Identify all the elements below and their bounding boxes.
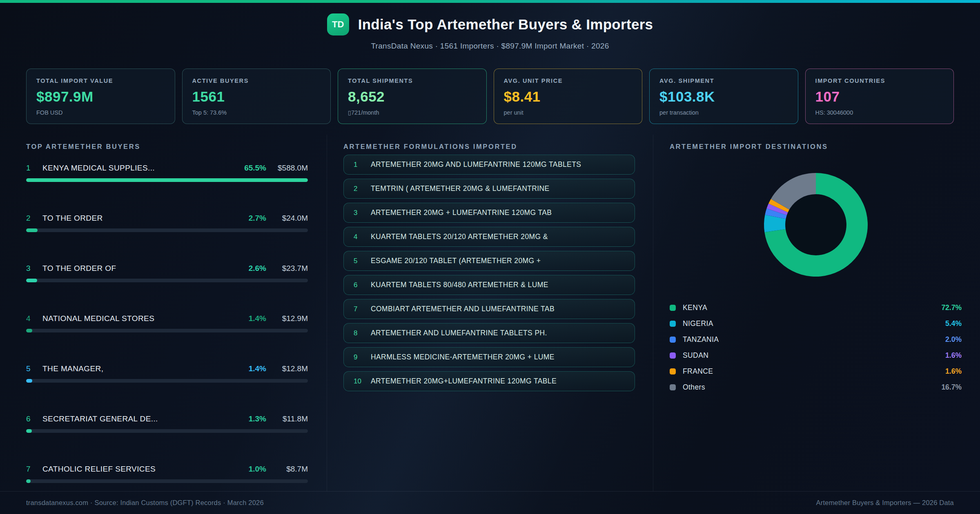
stat-sub: ▯721/month xyxy=(348,109,477,116)
buyer-row: 3 TO THE ORDER OF 2.6% $23.7M xyxy=(26,264,308,282)
buyer-value: $23.7M xyxy=(266,264,308,273)
buyer-rank: 4 xyxy=(26,314,42,323)
accent-gradient-bar xyxy=(0,0,980,3)
buyer-row: 4 NATIONAL MEDICAL STORES 1.4% $12.9M xyxy=(26,314,308,332)
legend-label: KENYA xyxy=(683,304,707,312)
legend-label: NIGERIA xyxy=(683,319,713,328)
stat-value: 8,652 xyxy=(348,89,477,105)
legend-row: SUDAN 1.6% xyxy=(670,348,962,363)
buyer-bar-track xyxy=(26,228,308,232)
buyer-rank: 3 xyxy=(26,264,42,273)
formulation-pill: 2 TEMTRIN ( ARTEMETHER 20MG & LUMEFANTRI… xyxy=(343,179,635,199)
stat-sub: per transaction xyxy=(659,109,788,116)
formulation-rank: 6 xyxy=(354,281,371,289)
buyer-rank: 2 xyxy=(26,214,42,223)
buyer-bar-track xyxy=(26,479,308,483)
buyer-name: TO THE ORDER xyxy=(42,214,103,223)
stat-label: TOTAL IMPORT VALUE xyxy=(36,78,165,84)
formulation-pill: 6 KUARTEM TABLETS 80/480 ARTEMETHER & LU… xyxy=(343,275,635,295)
stat-card-total-import-value: TOTAL IMPORT VALUE $897.9M FOB USD xyxy=(26,69,175,124)
formulation-pill: 9 HARMLESS MEDICINE-ARTEMETHER 20MG + LU… xyxy=(343,347,635,367)
formulations-panel: ARTEMETHER FORMULATIONS IMPORTED 1 ARTEM… xyxy=(327,135,653,491)
buyer-name: TO THE ORDER OF xyxy=(42,264,116,273)
stat-sub: HS: 30046000 xyxy=(815,109,944,116)
buyer-bar-fill xyxy=(26,178,308,182)
buyer-bar-track xyxy=(26,279,308,282)
buyer-name: SECRETARIAT GENERAL DE... xyxy=(42,414,158,423)
formulation-name: HARMLESS MEDICINE-ARTEMETHER 20MG + LUME xyxy=(371,353,555,361)
formulation-rank: 3 xyxy=(354,209,371,217)
formulation-name: KUARTEM TABLETS 20/120 ARTEMETHER 20MG & xyxy=(371,233,548,241)
formulation-pill: 3 ARTEMETHER 20MG + LUMEFANTRINE 120MG T… xyxy=(343,203,635,223)
stat-sub: per unit xyxy=(504,109,633,116)
buyer-name: NATIONAL MEDICAL STORES xyxy=(42,314,154,323)
legend-label: SUDAN xyxy=(683,351,708,360)
formulation-pill: 4 KUARTEM TABLETS 20/120 ARTEMETHER 20MG… xyxy=(343,227,635,247)
footer-report-title: Artemether Buyers & Importers — 2026 Dat… xyxy=(816,499,954,507)
formulation-name: ARTEMETHER 20MG AND LUMEFANTRINE 120MG T… xyxy=(371,160,581,169)
formulation-rank: 8 xyxy=(354,329,371,337)
legend-value: 5.4% xyxy=(945,319,962,328)
stat-label: ACTIVE BUYERS xyxy=(192,78,321,84)
buyer-name: CATHOLIC RELIEF SERVICES xyxy=(42,465,156,474)
stat-label: AVG. SHIPMENT xyxy=(659,78,788,84)
legend-swatch xyxy=(670,337,676,343)
brand-logo: TD xyxy=(327,13,349,35)
buyer-name: KENYA MEDICAL SUPPLIES... xyxy=(42,164,155,173)
formulation-pill: 8 ARTEMETHER AND LUMEFANTRINE TABLETS PH… xyxy=(343,323,635,343)
legend-value: 1.6% xyxy=(945,367,962,376)
stat-sub: Top 5: 73.6% xyxy=(192,109,321,116)
legend-label: TANZANIA xyxy=(683,335,719,344)
buyer-bar-track xyxy=(26,178,308,182)
buyer-share-pct: 2.6% xyxy=(249,264,266,273)
buyer-value: $12.9M xyxy=(266,314,308,323)
formulation-rank: 9 xyxy=(354,353,371,361)
legend-value: 2.0% xyxy=(945,335,962,344)
formulation-name: KUARTEM TABLETS 80/480 ARTEMETHER & LUME xyxy=(371,281,548,289)
formulation-name: ARTEMETHER AND LUMEFANTRINE TABLETS PH. xyxy=(371,329,547,337)
legend-swatch xyxy=(670,352,676,359)
buyer-value: $588.0M xyxy=(266,164,308,173)
buyer-rank: 6 xyxy=(26,414,42,423)
formulation-rank: 5 xyxy=(354,257,371,265)
buyer-bar-fill xyxy=(26,228,38,232)
legend-value: 16.7% xyxy=(941,383,962,392)
stat-value: $103.8K xyxy=(659,89,788,105)
page-subtitle: TransData Nexus · 1561 Importers · $897.… xyxy=(0,42,980,51)
buyer-bar-fill xyxy=(26,479,31,483)
formulation-name: ESGAME 20/120 TABLET (ARTEMETHER 20MG + xyxy=(371,257,541,265)
buyer-rank: 7 xyxy=(26,465,42,474)
legend-row: TANZANIA 2.0% xyxy=(670,332,962,348)
destinations-section-title: ARTEMETHER IMPORT DESTINATIONS xyxy=(670,143,962,151)
buyer-bar-fill xyxy=(26,329,32,332)
header: TD India's Top Artemether Buyers & Impor… xyxy=(0,3,980,51)
footer: transdatanexus.com · Source: Indian Cust… xyxy=(0,491,980,514)
formulation-name: ARTEMETHER 20MG+LUMEFANTRINE 120MG TABLE xyxy=(371,377,557,386)
buyer-bar-fill xyxy=(26,429,32,433)
buyer-share-pct: 1.3% xyxy=(249,414,266,423)
buyer-share-pct: 1.4% xyxy=(249,364,266,373)
formulation-name: ARTEMETHER 20MG + LUMEFANTRINE 120MG TAB xyxy=(371,208,552,217)
stat-card-avg-unit-price: AVG. UNIT PRICE $8.41 per unit xyxy=(494,69,643,124)
buyer-rank: 1 xyxy=(26,164,42,173)
destinations-panel: ARTEMETHER IMPORT DESTINATIONS KENYA 72.… xyxy=(653,135,980,491)
stat-card-import-countries: IMPORT COUNTRIES 107 HS: 30046000 xyxy=(805,69,954,124)
legend-swatch xyxy=(670,368,676,374)
stat-value: $8.41 xyxy=(504,89,633,105)
buyer-bar-fill xyxy=(26,379,32,383)
buyer-row: 7 CATHOLIC RELIEF SERVICES 1.0% $8.7M xyxy=(26,465,308,483)
buyer-value: $11.8M xyxy=(266,414,308,423)
buyer-row: 2 TO THE ORDER 2.7% $24.0M xyxy=(26,214,308,232)
buyer-value: $12.8M xyxy=(266,364,308,373)
stat-label: AVG. UNIT PRICE xyxy=(504,78,633,84)
formulation-name: COMBIART ARTEMETHER AND LUMEFANTRINE TAB xyxy=(371,305,555,313)
top-buyers-panel: TOP ARTEMETHER BUYERS 1 KENYA MEDICAL SU… xyxy=(0,135,327,491)
formulation-pill: 10 ARTEMETHER 20MG+LUMEFANTRINE 120MG TA… xyxy=(343,371,635,391)
buyer-value: $24.0M xyxy=(266,214,308,223)
destinations-legend: KENYA 72.7% NIGERIA 5.4% TANZANIA 2.0% S… xyxy=(670,300,962,395)
legend-swatch xyxy=(670,321,676,327)
buyer-bar-fill xyxy=(26,279,37,282)
legend-row: Others 16.7% xyxy=(670,379,962,395)
buyer-share-pct: 65.5% xyxy=(244,164,266,173)
stat-value: 1561 xyxy=(192,89,321,105)
